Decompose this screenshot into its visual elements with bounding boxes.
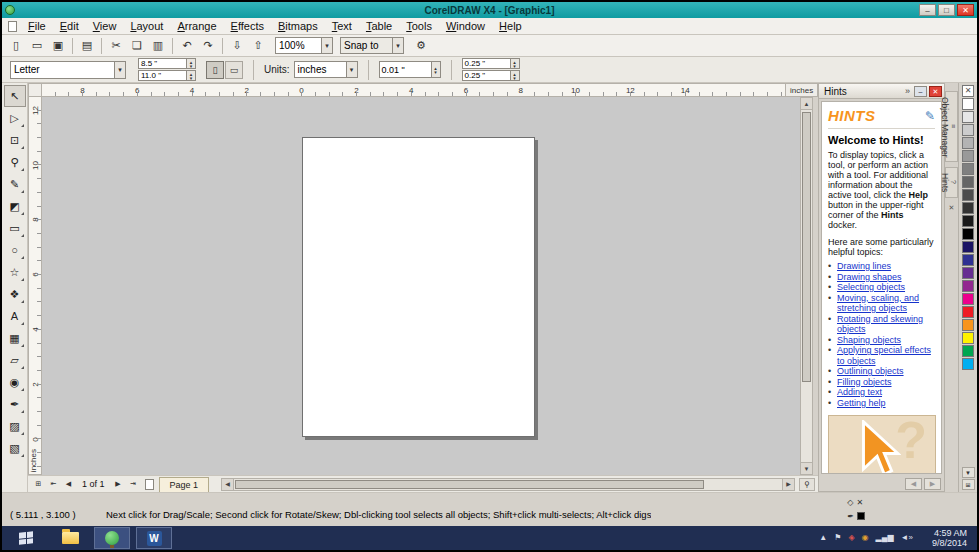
security-icon[interactable]: ◉ — [862, 533, 869, 543]
menu-item[interactable]: Tools — [399, 19, 439, 33]
vertical-scrollbar-thumb[interactable] — [802, 112, 811, 382]
canvas[interactable] — [42, 97, 800, 475]
text-tool[interactable]: A — [4, 305, 26, 327]
horizontal-scrollbar-thumb[interactable] — [235, 480, 704, 489]
add-page-button[interactable]: ⊞ — [32, 478, 45, 491]
next-page-button[interactable]: ▶ — [112, 478, 125, 491]
menu-item[interactable]: View — [86, 19, 124, 33]
taskbar-explorer-button[interactable] — [52, 527, 88, 549]
menu-item[interactable]: Text — [325, 19, 359, 33]
horizontal-scrollbar[interactable] — [221, 478, 795, 491]
hint-link[interactable]: Getting help — [837, 398, 886, 409]
color-swatch[interactable] — [962, 111, 974, 123]
vertical-ruler[interactable]: 121086420 inches — [28, 97, 42, 475]
color-swatch[interactable] — [962, 332, 974, 344]
hints-back-button[interactable]: ◀ — [905, 478, 922, 490]
color-swatch[interactable] — [962, 267, 974, 279]
start-button[interactable] — [8, 527, 44, 549]
print-icon[interactable]: ▤ — [77, 37, 97, 55]
vertical-scrollbar[interactable] — [800, 97, 813, 475]
docker-tab-close-icon[interactable]: ✕ — [949, 204, 955, 212]
last-page-button[interactable]: ⇥ — [127, 478, 140, 491]
ruler-origin-corner[interactable] — [28, 83, 42, 97]
open-icon[interactable]: ▭ — [27, 37, 47, 55]
hint-link[interactable]: Shaping objects — [837, 335, 901, 346]
basic-shapes-tool[interactable]: ❖ — [4, 283, 26, 305]
color-swatch[interactable] — [962, 319, 974, 331]
duplicate-y-field[interactable]: 0.25 " — [462, 70, 520, 81]
menu-item[interactable]: Window — [439, 19, 492, 33]
spinner-arrows-icon[interactable] — [431, 62, 440, 77]
toolbar-separator[interactable] — [101, 38, 102, 54]
cut-icon[interactable]: ✂ — [106, 37, 126, 55]
new-icon[interactable]: ▯ — [6, 37, 26, 55]
menu-item[interactable]: Edit — [53, 19, 86, 33]
spinner-arrows-icon[interactable] — [510, 59, 519, 68]
document-icon[interactable] — [8, 21, 17, 32]
dropdown-arrow-icon[interactable] — [321, 38, 332, 53]
import-icon[interactable]: ⇩ — [227, 37, 247, 55]
scroll-left-icon[interactable] — [222, 479, 234, 490]
export-icon[interactable]: ⇧ — [248, 37, 268, 55]
horizontal-ruler[interactable]: 864202468101214 — [42, 83, 786, 97]
color-swatch[interactable] — [962, 241, 974, 253]
portrait-button[interactable]: ▯ — [206, 61, 224, 79]
hint-link[interactable]: Outlining objects — [837, 366, 904, 377]
zoom-tool[interactable]: ⚲ — [4, 151, 26, 173]
fill-tool[interactable]: ▨ — [4, 415, 26, 437]
landscape-button[interactable]: ▭ — [225, 61, 243, 79]
spinner-arrows-icon[interactable] — [510, 71, 519, 80]
undo-icon[interactable]: ↶ — [177, 37, 197, 55]
docker-close-button[interactable]: ✕ — [929, 86, 942, 97]
palette-expand-button[interactable]: ⊞ — [962, 479, 975, 490]
hint-link[interactable]: Drawing lines — [837, 261, 891, 272]
spinner-arrows-icon[interactable] — [186, 59, 195, 68]
docker-minimize-button[interactable]: – — [914, 86, 927, 97]
palette-scroll-down-button[interactable]: ▼ — [962, 467, 975, 478]
scroll-up-icon[interactable] — [801, 98, 812, 110]
crop-tool[interactable]: ⊡ — [4, 129, 26, 151]
scroll-right-icon[interactable] — [782, 479, 794, 490]
color-swatch[interactable] — [962, 280, 974, 292]
color-swatch[interactable] — [962, 228, 974, 240]
color-swatch[interactable] — [962, 124, 974, 136]
nudge-offset-field[interactable]: 0.01 " — [379, 61, 441, 78]
taskbar-clock[interactable]: 4:59 AM 9/8/2014 — [932, 528, 967, 548]
minimize-button[interactable]: ‒ — [919, 4, 936, 16]
color-swatch[interactable] — [962, 189, 974, 201]
maximize-button[interactable]: □ — [938, 4, 955, 16]
options-icon[interactable]: ⚙ — [411, 37, 431, 55]
tab-object-manager[interactable]: ≡Object Manager — [945, 91, 958, 162]
hint-link[interactable]: Moving, scaling, and stretching objects — [837, 293, 935, 314]
polygon-tool[interactable]: ☆ — [4, 261, 26, 283]
color-swatch[interactable] — [962, 150, 974, 162]
hint-link[interactable]: Selecting objects — [837, 282, 905, 293]
navigator-button[interactable]: ⚲ — [799, 478, 815, 491]
tray-expand-icon[interactable]: ▲ — [819, 533, 827, 543]
save-icon[interactable]: ▣ — [48, 37, 68, 55]
dropdown-arrow-icon[interactable] — [114, 62, 125, 78]
docker-chevron-icon[interactable]: » — [903, 86, 912, 96]
hint-link[interactable]: Rotating and skewing objects — [837, 314, 935, 335]
units-select[interactable]: inches — [294, 61, 358, 78]
table-tool[interactable]: ▦ — [4, 327, 26, 349]
color-swatch[interactable] — [962, 202, 974, 214]
toolbar-separator[interactable] — [72, 38, 73, 54]
redo-icon[interactable]: ↷ — [198, 37, 218, 55]
interactive-fill-tool[interactable]: ▧ — [4, 437, 26, 459]
smart-fill-tool[interactable]: ◩ — [4, 195, 26, 217]
dropdown-arrow-icon[interactable] — [392, 38, 403, 53]
color-swatch[interactable] — [962, 98, 974, 110]
toolbar-separator[interactable] — [172, 38, 173, 54]
color-swatch[interactable] — [962, 215, 974, 227]
tab-hints[interactable]: ?Hints — [945, 167, 958, 197]
menu-item[interactable]: Arrange — [170, 19, 223, 33]
previous-page-button[interactable]: ◀ — [62, 478, 75, 491]
close-button[interactable]: ✕ — [957, 4, 974, 16]
color-swatch[interactable] — [962, 137, 974, 149]
volume-icon[interactable]: ◄» — [901, 533, 913, 543]
menu-item[interactable]: Layout — [123, 19, 170, 33]
paste-icon[interactable]: ▥ — [148, 37, 168, 55]
shape-tool[interactable]: ▷ — [4, 107, 26, 129]
snap-to-menu[interactable]: Snap to — [340, 37, 404, 54]
